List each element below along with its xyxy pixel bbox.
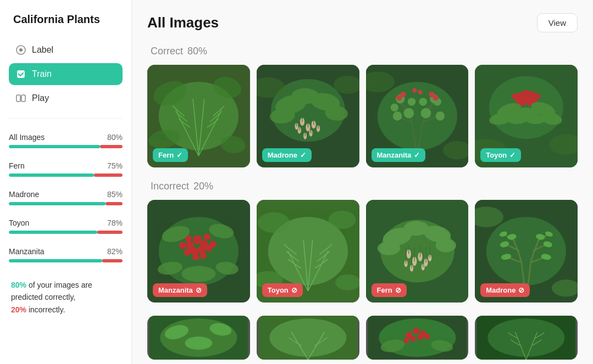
svg-point-93 — [204, 233, 210, 240]
svg-point-48 — [407, 98, 415, 106]
sidebar-train-text: Train — [32, 69, 52, 79]
stat-fern[interactable]: Fern 75% — [9, 156, 123, 182]
stat-fern-bar-fill — [9, 173, 94, 177]
main-title: All Images — [147, 14, 219, 31]
sidebar-label-text: Label — [32, 45, 53, 55]
image-card-manzanita-correct[interactable]: Manzanita ✓ — [366, 65, 469, 167]
summary-text3: incorrectly. — [29, 305, 65, 314]
svg-point-155 — [417, 335, 423, 340]
sidebar-divider — [9, 118, 123, 119]
view-button[interactable]: View — [537, 13, 578, 32]
image-card-toyon-correct[interactable]: Toyon ✓ — [475, 65, 578, 167]
svg-point-71 — [535, 93, 540, 99]
label-madrone-correct: Madrone ✓ — [262, 148, 312, 162]
label-icon — [15, 44, 26, 55]
correct-image-grid: Fern ✓ — [147, 65, 578, 167]
svg-point-95 — [179, 242, 186, 249]
stat-manzanita-bar-fill — [9, 259, 102, 262]
correct-pct-highlight: 80% — [11, 281, 26, 289]
correct-section-label: Correct80% — [147, 46, 578, 57]
svg-point-128 — [377, 241, 400, 255]
main-header: All Images View — [147, 13, 578, 32]
stat-all-label: All Images — [9, 133, 45, 142]
stat-toyon-bar — [9, 231, 123, 234]
svg-point-88 — [184, 249, 190, 255]
train-icon — [15, 69, 26, 80]
stat-madrone-pct: 85% — [107, 190, 123, 199]
svg-rect-3 — [16, 95, 20, 102]
stat-manzanita[interactable]: Manzanita 82% — [9, 242, 123, 268]
stat-madrone-bar — [9, 202, 123, 205]
image-card-madrone-correct[interactable]: Madrone ✓ — [257, 65, 359, 167]
svg-point-47 — [420, 108, 431, 119]
svg-point-129 — [435, 238, 456, 252]
label-toyon-incorrect: Toyon ⊘ — [262, 283, 303, 297]
sidebar-item-play[interactable]: Play — [9, 87, 123, 109]
sidebar-item-train[interactable]: Train — [9, 63, 123, 85]
svg-point-51 — [400, 92, 406, 97]
bottom-card-2[interactable] — [257, 316, 359, 360]
stat-manzanita-label: Manzanita — [9, 247, 45, 256]
stat-toyon-pct: 78% — [107, 219, 123, 227]
stat-toyon-bar-fill — [9, 231, 97, 234]
stat-madrone-bar-fill — [9, 202, 106, 205]
stat-madrone[interactable]: Madrone 85% — [9, 184, 123, 211]
sidebar: California Plants Label Train — [0, 0, 132, 364]
stat-all-bar-red — [100, 145, 123, 148]
app-title: California Plants — [9, 13, 123, 26]
stat-fern-bar-red — [94, 173, 123, 177]
image-card-madrone-incorrect[interactable]: Madrone ⊘ — [475, 200, 578, 303]
image-card-manzanita-incorrect[interactable]: Manzanita ⊘ — [147, 200, 250, 303]
bottom-card-1[interactable] — [147, 316, 250, 360]
sidebar-item-label[interactable]: Label — [9, 39, 123, 61]
svg-point-33 — [291, 88, 319, 104]
image-card-fern-correct[interactable]: Fern ✓ — [147, 65, 250, 167]
image-card-fern-incorrect[interactable]: Fern ⊘ — [366, 200, 469, 303]
svg-point-39 — [377, 82, 457, 150]
stat-all-pct: 80% — [107, 133, 123, 142]
stat-manzanita-bar-red — [102, 259, 123, 262]
svg-point-127 — [403, 221, 429, 236]
stat-all-bar-fill — [9, 145, 100, 148]
bottom-card-3[interactable] — [366, 316, 469, 360]
svg-point-94 — [209, 240, 216, 247]
bottom-card-4[interactable] — [475, 316, 578, 360]
svg-point-91 — [199, 252, 206, 259]
main-content: All Images View Correct80% — [132, 0, 593, 364]
svg-point-157 — [424, 334, 430, 339]
label-fern-correct: Fern ✓ — [153, 148, 188, 162]
svg-point-104 — [328, 210, 356, 228]
stat-madrone-bar-red — [106, 202, 123, 205]
summary-text1: of your images are — [29, 281, 92, 289]
svg-point-53 — [429, 92, 434, 97]
stat-toyon-label: Toyon — [9, 219, 29, 227]
stat-manzanita-bar — [9, 259, 123, 262]
label-madrone-incorrect: Madrone ⊘ — [480, 283, 530, 297]
label-manzanita-incorrect: Manzanita ⊘ — [153, 283, 207, 297]
bottom-image-grid — [147, 316, 578, 360]
label-toyon-correct: Toyon ✓ — [480, 148, 521, 162]
incorrect-image-grid: Manzanita ⊘ — [147, 200, 578, 303]
svg-point-148 — [269, 318, 346, 357]
svg-point-156 — [403, 338, 409, 343]
image-card-toyon-incorrect[interactable]: Toyon ⊘ — [257, 200, 359, 303]
label-manzanita-correct: Manzanita ✓ — [372, 148, 426, 162]
incorrect-section-label: Incorrect20% — [147, 181, 578, 192]
stat-all-images[interactable]: All Images 80% — [9, 127, 123, 154]
svg-point-40 — [392, 111, 402, 121]
summary-text2: predicted correctly, — [11, 293, 75, 301]
svg-point-161 — [488, 318, 565, 357]
svg-point-54 — [412, 88, 417, 93]
stat-madrone-label: Madrone — [9, 190, 39, 199]
svg-point-98 — [181, 266, 215, 282]
svg-point-70 — [512, 93, 518, 99]
svg-point-131 — [486, 217, 566, 285]
svg-point-90 — [192, 253, 199, 260]
play-icon — [15, 93, 26, 104]
sidebar-play-text: Play — [32, 93, 49, 103]
stat-toyon[interactable]: Toyon 78% — [9, 213, 123, 239]
svg-point-64 — [529, 91, 535, 98]
svg-point-146 — [185, 337, 212, 350]
incorrect-pct-highlight: 20% — [11, 305, 26, 314]
stat-all-bar — [9, 145, 123, 148]
